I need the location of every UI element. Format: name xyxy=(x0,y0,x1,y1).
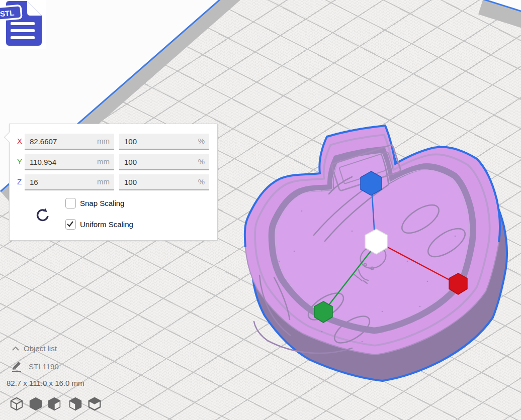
y-mm-field: mm xyxy=(25,154,114,170)
view-front-icon xyxy=(28,396,43,412)
x-percent-input[interactable] xyxy=(119,134,209,149)
view-3d-icon xyxy=(9,396,24,412)
scale-tool-panel: X mm % Y mm % Z mm xyxy=(9,124,218,241)
x-mm-field: mm xyxy=(25,134,114,150)
z-percent-field: % xyxy=(119,174,209,190)
view-top-button[interactable] xyxy=(46,396,62,413)
uniform-scaling-label: Uniform Scaling xyxy=(80,220,133,229)
object-list-title[interactable]: Object list xyxy=(24,344,57,353)
stl-label: STL xyxy=(0,9,15,18)
z-mm-unit: mm xyxy=(97,177,110,186)
view-front-button[interactable] xyxy=(28,396,44,413)
y-percent-unit: % xyxy=(198,157,205,166)
stl-document-icon: STL xyxy=(0,0,46,49)
view-right-icon xyxy=(87,396,102,412)
z-percent-unit: % xyxy=(198,177,205,186)
view-top-icon xyxy=(47,396,62,412)
view-left-button[interactable] xyxy=(67,396,83,413)
view-left-icon xyxy=(68,396,83,412)
scale-row-z: Z mm % xyxy=(10,174,217,189)
slicer-viewport-screen: STL X mm % Y mm % xyxy=(0,0,521,420)
z-percent-input[interactable] xyxy=(119,174,209,189)
scale-row-y: Y mm % xyxy=(10,154,217,169)
collapse-caret-icon[interactable] xyxy=(12,346,20,351)
view-right-button[interactable] xyxy=(86,396,103,413)
snap-scaling-label: Snap Scaling xyxy=(80,199,124,207)
reset-counterclockwise-arrow-icon xyxy=(34,208,50,224)
view-3d-button[interactable] xyxy=(9,396,25,413)
x-percent-field: % xyxy=(119,134,209,150)
y-percent-input[interactable] xyxy=(119,154,209,169)
x-percent-unit: % xyxy=(198,137,205,145)
stl-file-icon: STL xyxy=(0,0,46,49)
z-mm-field: mm xyxy=(25,174,114,190)
scale-row-x: X mm % xyxy=(10,134,217,149)
object-dimensions: 82.7 x 111.0 x 16.0 mm xyxy=(7,379,84,387)
y-mm-unit: mm xyxy=(97,157,110,166)
x-mm-unit: mm xyxy=(97,137,110,145)
checkmark-icon xyxy=(66,220,74,228)
reset-scale-button[interactable] xyxy=(34,208,50,224)
snap-scaling-checkbox[interactable] xyxy=(65,198,76,208)
y-percent-field: % xyxy=(119,154,209,170)
edit-pencil-icon[interactable] xyxy=(11,360,24,373)
object-list-item-name[interactable]: STL1190 xyxy=(29,362,59,371)
uniform-scaling-checkbox[interactable] xyxy=(65,219,76,230)
